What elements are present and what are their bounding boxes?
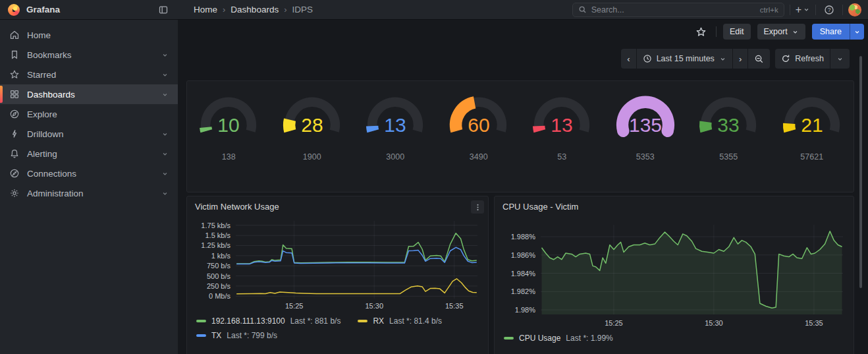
search-icon (578, 5, 587, 14)
legend-series-value: Last *: 799 b/s (227, 331, 277, 340)
edit-button[interactable]: Edit (723, 24, 751, 40)
victim-network-usage-panel: Victim Network Usage 1.75 kb/s1.5 kb/s1.… (186, 196, 489, 354)
sidebar-item-explore[interactable]: Explore (0, 104, 178, 124)
network-legend: 192.168.111.13:9100Last *: 881 b/sRXLast… (187, 314, 488, 340)
chevron-down-icon (719, 55, 726, 63)
svg-text:28: 28 (301, 114, 323, 136)
time-range-picker[interactable]: Last 15 minutes (637, 49, 732, 69)
share-button[interactable]: Share (812, 24, 850, 40)
chevron-down-icon[interactable] (161, 51, 169, 59)
breadcrumb-home[interactable]: Home (194, 5, 217, 15)
svg-text:1.986%: 1.986% (511, 251, 536, 259)
export-button[interactable]: Export (757, 24, 805, 40)
sidebar-item-connections[interactable]: Connections (0, 163, 178, 183)
zoom-out-time-button[interactable] (748, 49, 770, 69)
gauge-arc: 28 (271, 88, 354, 151)
breadcrumb-separator: › (223, 5, 225, 15)
sidebar-item-administration[interactable]: Administration (0, 183, 178, 203)
svg-text:21: 21 (801, 114, 823, 136)
svg-text:1.98%: 1.98% (515, 306, 535, 314)
chevron-down-icon[interactable] (161, 131, 169, 138)
breadcrumb-current-idps[interactable]: IDPS (292, 5, 313, 15)
favorite-star-button[interactable] (693, 24, 709, 40)
brand-title: Grafana (26, 5, 155, 15)
cpu-legend: CPU UsageLast *: 1.99% (495, 331, 854, 343)
time-shift-forward-button[interactable]: › (733, 49, 747, 69)
bell-icon (9, 148, 20, 159)
chevron-down-icon (836, 55, 844, 63)
panel-title[interactable]: Victim Network Usage (187, 196, 488, 214)
chevron-down-icon (854, 28, 861, 36)
svg-text:750 b/s: 750 b/s (207, 262, 231, 270)
refresh-button[interactable]: Refresh (775, 49, 830, 69)
legend-item-192-168-111-13-9100[interactable]: 192.168.111.13:9100Last *: 881 b/s (196, 316, 340, 326)
legend-swatch (196, 334, 206, 337)
refresh-icon (781, 54, 790, 63)
chevron-down-icon[interactable] (161, 150, 169, 158)
gauge-arc: 21 (771, 88, 854, 151)
export-button-label: Export (764, 27, 788, 36)
top-navigation-bar: Grafana Home › Dashboards › IDPS Search.… (0, 0, 868, 20)
legend-series-name: TX (211, 331, 221, 340)
gauge-field-label: 5355 (719, 152, 738, 162)
chevron-right-icon: › (739, 54, 742, 64)
svg-text:135: 135 (629, 114, 662, 136)
chevron-down-icon[interactable] (161, 170, 169, 177)
svg-text:1.25 kb/s: 1.25 kb/s (201, 241, 231, 249)
legend-item-tx[interactable]: TXLast *: 799 b/s (196, 331, 277, 340)
legend-swatch (358, 320, 367, 322)
sidebar-item-alerting[interactable]: Alerting (0, 144, 178, 163)
dock-sidebar-toggle[interactable] (155, 2, 171, 18)
divider (842, 5, 843, 15)
help-button[interactable]: ? (821, 2, 837, 18)
gear-icon (9, 188, 20, 198)
search-placeholder: Search... (591, 5, 755, 15)
svg-text:13: 13 (551, 114, 573, 136)
gauge-field-label: 1900 (303, 152, 321, 162)
vertical-scrollbar-thumb[interactable] (859, 56, 862, 288)
network-chart[interactable]: 1.75 kb/s1.5 kb/s1.25 kb/s1 kb/s750 b/s5… (187, 214, 488, 314)
sidebar-item-label: Drilldown (27, 129, 154, 139)
sidebar-item-drilldown[interactable]: Drilldown (0, 124, 178, 144)
chevron-down-icon[interactable] (161, 190, 169, 197)
new-button[interactable]: + (796, 5, 810, 15)
search-input[interactable]: Search... ctrl+k (572, 3, 784, 17)
magnifier-minus-icon (754, 54, 764, 64)
panel-title[interactable]: CPU Usage - Victim (495, 196, 854, 214)
share-dropdown-caret[interactable] (850, 24, 864, 40)
bookmark-icon (9, 49, 20, 60)
sidebar-item-bookmarks[interactable]: Bookmarks (0, 45, 178, 65)
gauge-port-53: 1353 (520, 88, 604, 162)
legend-series-value: Last *: 81.4 b/s (389, 316, 442, 326)
gauge-field-label: 53 (557, 152, 566, 162)
topbar-right-section: Search... ctrl+k + ? (572, 2, 868, 18)
sidebar-item-dashboards[interactable]: Dashboards (0, 84, 178, 104)
legend-item-cpu-usage[interactable]: CPU UsageLast *: 1.99% (504, 334, 613, 343)
sidebar-item-label: Starred (27, 70, 154, 80)
chevron-down-icon[interactable] (161, 71, 169, 78)
svg-text:250 b/s: 250 b/s (207, 282, 231, 290)
sidebar-item-starred[interactable]: Starred (0, 65, 178, 84)
sidebar-item-label: Bookmarks (27, 50, 154, 60)
svg-text:15:30: 15:30 (705, 319, 723, 327)
grafana-logo[interactable] (8, 4, 20, 16)
gauge-field-label: 57621 (800, 152, 823, 162)
sidebar-item-label: Alerting (27, 149, 154, 159)
cpu-chart[interactable]: 1.988%1.986%1.984%1.982%1.98%15:2515:301… (495, 214, 854, 331)
sidebar-item-label: Administration (27, 189, 154, 198)
svg-text:1.982%: 1.982% (511, 287, 536, 295)
gauge-port-138: 10138 (187, 88, 271, 162)
user-avatar[interactable] (848, 3, 861, 16)
gauge-field-label: 3000 (386, 152, 404, 162)
legend-series-name: RX (373, 316, 384, 326)
panel-menu-button[interactable] (471, 200, 484, 214)
gauge-arc: 33 (687, 88, 770, 151)
sidebar-item-home[interactable]: Home (0, 25, 178, 45)
chevron-down-icon[interactable] (161, 91, 169, 98)
time-shift-back-button[interactable]: ‹ (621, 49, 636, 69)
breadcrumb-dashboards[interactable]: Dashboards (231, 5, 279, 15)
svg-text:1.984%: 1.984% (511, 270, 536, 278)
refresh-interval-caret[interactable] (830, 49, 850, 69)
legend-item-rx[interactable]: RXLast *: 81.4 b/s (358, 316, 442, 326)
legend-row: CPU UsageLast *: 1.99% (504, 334, 846, 343)
